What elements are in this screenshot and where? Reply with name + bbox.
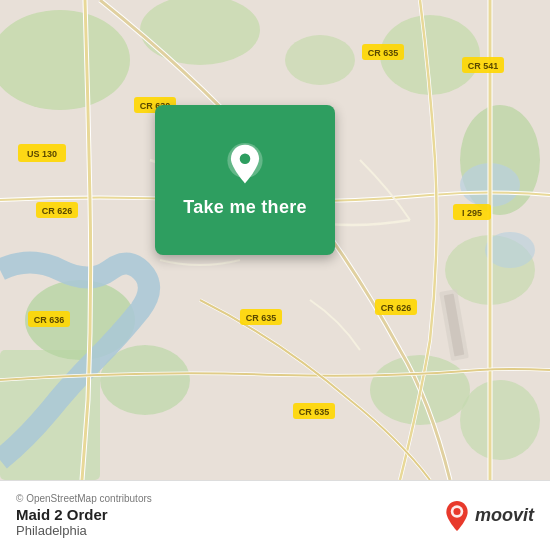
bottom-bar: © OpenStreetMap contributors Maid 2 Orde…: [0, 480, 550, 550]
svg-point-10: [460, 380, 540, 460]
navigation-card[interactable]: Take me there: [155, 105, 335, 255]
place-city: Philadelphia: [16, 523, 87, 538]
svg-text:CR 635: CR 635: [368, 48, 399, 58]
map-attribution: © OpenStreetMap contributors: [16, 493, 152, 504]
moovit-brand-text: moovit: [475, 505, 534, 526]
svg-text:I 295: I 295: [462, 208, 482, 218]
svg-point-11: [285, 35, 355, 85]
svg-text:CR 626: CR 626: [42, 206, 73, 216]
svg-text:CR 635: CR 635: [299, 407, 330, 417]
map-area: US 130 CR 630 CR 635 CR 541 CR 626 I 295…: [0, 0, 550, 480]
svg-point-40: [453, 508, 460, 515]
place-name: Maid 2 Order: [16, 506, 108, 523]
svg-text:CR 626: CR 626: [381, 303, 412, 313]
svg-text:CR 541: CR 541: [468, 61, 499, 71]
moovit-pin-icon: [443, 500, 471, 532]
svg-point-38: [240, 153, 251, 164]
place-info: © OpenStreetMap contributors Maid 2 Orde…: [16, 493, 443, 538]
svg-text:US 130: US 130: [27, 149, 57, 159]
svg-text:CR 635: CR 635: [246, 313, 277, 323]
moovit-logo: moovit: [443, 500, 534, 532]
take-me-there-button[interactable]: Take me there: [183, 197, 307, 218]
svg-text:CR 636: CR 636: [34, 315, 65, 325]
location-pin-icon: [223, 143, 267, 187]
